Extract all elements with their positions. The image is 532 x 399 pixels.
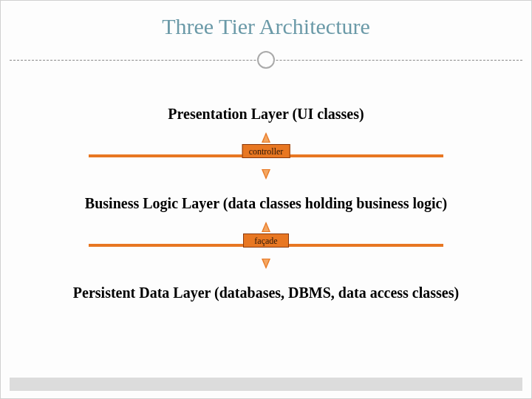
circle-decoration	[257, 51, 275, 69]
diagram-content: Presentation Layer (UI classes) controll…	[1, 70, 531, 301]
slide-container: Three Tier Architecture Presentation Lay…	[0, 0, 532, 399]
arrow-down-inner	[263, 259, 269, 267]
presentation-layer-label: Presentation Layer (UI classes)	[30, 106, 502, 123]
connector-facade: façade	[89, 219, 443, 271]
arrow-down-inner	[263, 170, 269, 177]
facade-box: façade	[243, 233, 289, 248]
title-divider	[1, 50, 531, 70]
controller-box: controller	[242, 144, 290, 158]
slide-title: Three Tier Architecture	[1, 1, 531, 50]
connector-controller: controller	[89, 130, 443, 182]
persistent-layer-label: Persistent Data Layer (databases, DBMS, …	[30, 284, 502, 301]
footer-bar	[10, 378, 522, 391]
business-layer-label: Business Logic Layer (data classes holdi…	[30, 195, 502, 212]
arrow-up-inner	[263, 134, 269, 142]
arrow-up-inner	[263, 224, 269, 231]
